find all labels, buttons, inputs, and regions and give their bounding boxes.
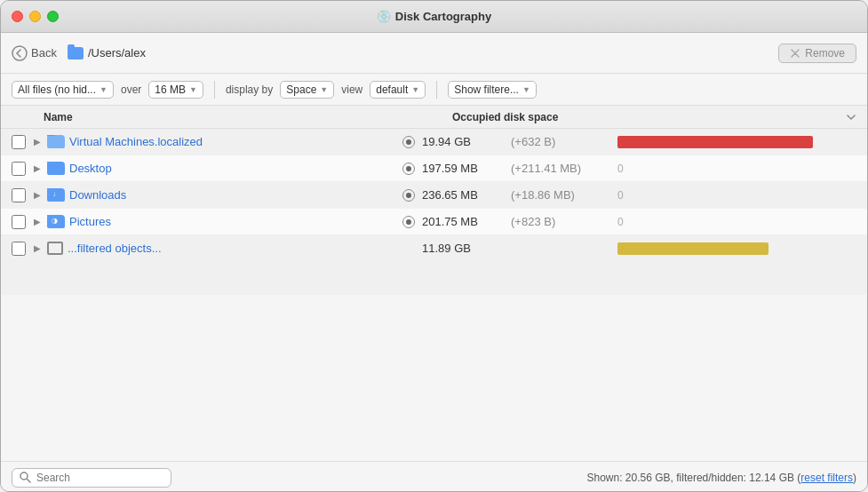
maximize-button[interactable] (47, 11, 59, 22)
chevron-down-icon-5: ▼ (522, 85, 530, 94)
row-expand-3[interactable]: ▶ (31, 216, 44, 228)
toolbar: Back /Users/alex Remove (1, 33, 867, 74)
table-row[interactable]: ▶ Downloads 236.65 MB (+18.86 MB) 0 (1, 182, 867, 209)
svg-point-0 (12, 46, 27, 60)
row-checkbox-0[interactable] (12, 135, 26, 149)
row-zero-3: 0 (617, 216, 624, 228)
row-delta-0: (+632 B) (511, 135, 617, 148)
display-by-label: display by (226, 83, 273, 96)
size-filter-label: 16 MB (155, 83, 186, 96)
table-row[interactable]: ▶ Virtual Machines.localized 19.94 GB (+… (1, 129, 867, 155)
table-row[interactable]: ▶ Desktop 197.59 MB (+211.41 MB) 0 (1, 155, 867, 182)
row-bar-container-1: 0 (617, 163, 856, 175)
radio-icon-1 (402, 163, 415, 175)
row-checkbox-2[interactable] (12, 188, 26, 202)
filter-bar: All files (no hid... ▼ over 16 MB ▼ disp… (1, 74, 867, 106)
minimize-button[interactable] (29, 11, 41, 22)
row-delta-3: (+823 B) (511, 215, 617, 228)
chevron-down-icon-4: ▼ (411, 85, 419, 94)
rows-area: ▶ Virtual Machines.localized 19.94 GB (+… (1, 129, 867, 295)
chevron-down-icon-3: ▼ (320, 85, 328, 94)
folder-icon (68, 47, 84, 60)
sort-icon (846, 112, 856, 123)
radio-icon-3 (402, 216, 415, 228)
status-text: Shown: 20.56 GB, filtered/hidden: 12.14 … (586, 472, 856, 484)
disk-column-header[interactable]: Occupied disk space (452, 111, 856, 123)
row-bar-container-4 (617, 242, 856, 255)
name-header-label: Name (44, 111, 73, 123)
row-size-1: 197.59 MB (422, 162, 511, 175)
row-size-4: 11.89 GB (422, 242, 511, 255)
table-row[interactable]: ▶ Pictures 201.75 MB (+823 B) 0 (1, 209, 867, 235)
desktop-folder-icon (47, 162, 65, 175)
row-zero-2: 0 (617, 189, 624, 202)
table-row[interactable]: ▶ ...filtered objects... 11.89 GB (1, 235, 867, 262)
remove-icon (790, 48, 800, 59)
row-bar-4 (617, 242, 768, 255)
remove-label: Remove (805, 47, 845, 60)
size-filter-dropdown[interactable]: 16 MB ▼ (148, 81, 203, 99)
empty-area (1, 295, 867, 461)
row-bar-container-2: 0 (617, 189, 856, 202)
back-label: Back (31, 46, 57, 60)
downloads-folder-icon (47, 188, 65, 202)
row-name-4: ...filtered objects... (47, 242, 402, 255)
disk-header-label: Occupied disk space (452, 111, 558, 123)
show-filtered-label: Show filtere... (454, 83, 519, 96)
path-label: /Users/alex (68, 46, 146, 60)
app-icon: 💿 (377, 10, 391, 23)
row-name-2: Downloads (47, 188, 402, 202)
name-column-header[interactable]: Name (44, 111, 452, 123)
remove-button[interactable]: Remove (778, 44, 856, 63)
row-checkbox-3[interactable] (12, 215, 26, 229)
row-expand-4[interactable]: ▶ (31, 242, 44, 255)
row-name-0: Virtual Machines.localized (47, 135, 402, 148)
row-expand-0[interactable]: ▶ (31, 136, 44, 148)
row-size-3: 201.75 MB (422, 215, 511, 228)
row-bar-0 (617, 136, 813, 148)
row-expand-2[interactable]: ▶ (31, 189, 44, 202)
files-filter-dropdown[interactable]: All files (no hid... ▼ (12, 81, 114, 99)
pictures-folder-icon (47, 215, 65, 228)
divider-2 (436, 81, 437, 99)
row-bar-container-3: 0 (617, 216, 856, 228)
status-end: ) (853, 472, 856, 484)
files-filter-label: All files (no hid... (18, 83, 96, 96)
search-input[interactable] (36, 472, 161, 484)
row-name-3: Pictures (47, 215, 402, 228)
app-title-text: Disk Cartography (395, 10, 491, 23)
vm-folder-icon (47, 135, 65, 148)
chevron-down-icon: ▼ (100, 85, 108, 94)
svg-line-2 (28, 480, 31, 483)
close-button[interactable] (12, 11, 23, 22)
row-zero-1: 0 (617, 163, 624, 175)
app-title: 💿 Disk Cartography (377, 10, 491, 23)
row-delta-1: (+211.41 MB) (511, 162, 617, 175)
row-checkbox-1[interactable] (12, 162, 26, 176)
row-checkbox-4[interactable] (12, 242, 26, 256)
over-label: over (121, 83, 141, 96)
reset-filters-link[interactable]: reset filters (800, 472, 853, 484)
window-controls[interactable] (12, 11, 59, 22)
row-name-1: Desktop (47, 162, 402, 175)
space-filter-label: Space (286, 83, 316, 96)
search-icon (20, 472, 31, 483)
row-delta-2: (+18.86 MB) (511, 188, 617, 202)
title-bar: 💿 Disk Cartography (1, 1, 867, 33)
table-header: Name Occupied disk space (1, 106, 867, 129)
show-filtered-dropdown[interactable]: Show filtere... ▼ (448, 81, 537, 99)
search-box[interactable] (12, 468, 171, 488)
main-content: Back /Users/alex Remove All files (no hi… (1, 33, 867, 492)
radio-icon-0 (402, 136, 415, 148)
back-button[interactable]: Back (12, 45, 57, 61)
row-expand-1[interactable]: ▶ (31, 163, 44, 175)
space-filter-dropdown[interactable]: Space ▼ (280, 81, 334, 99)
row-size-2: 236.65 MB (422, 188, 511, 202)
path-text: /Users/alex (88, 46, 146, 60)
view-filter-dropdown[interactable]: default ▼ (370, 81, 426, 99)
chevron-down-icon-2: ▼ (189, 85, 197, 94)
back-icon (12, 45, 28, 61)
svg-point-1 (20, 472, 28, 480)
view-label: view (341, 83, 362, 96)
status-bar: Shown: 20.56 GB, filtered/hidden: 12.14 … (1, 461, 867, 492)
